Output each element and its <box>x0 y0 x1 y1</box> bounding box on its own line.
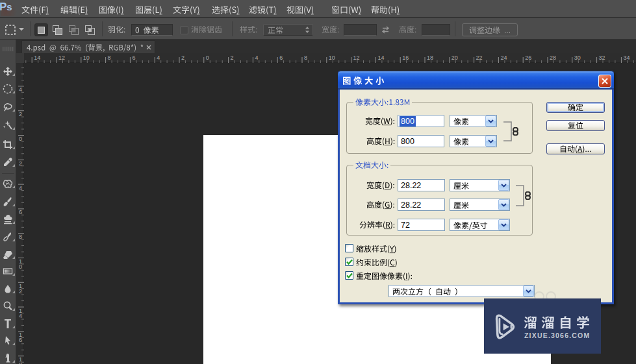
svg-text:4: 4 <box>255 55 258 61</box>
svg-text:26: 26 <box>525 55 531 61</box>
svg-text:2: 2 <box>231 55 234 61</box>
svg-text:8: 8 <box>108 55 111 61</box>
svg-text:4: 4 <box>157 55 160 61</box>
svg-text:2: 2 <box>181 55 184 61</box>
svg-text:12: 12 <box>353 55 360 61</box>
svg-text:28: 28 <box>550 55 556 61</box>
svg-text:4: 4 <box>19 313 22 319</box>
svg-text:2: 2 <box>19 288 22 295</box>
svg-text:24: 24 <box>500 55 507 61</box>
svg-text:14: 14 <box>377 55 384 61</box>
svg-text:12: 12 <box>58 55 65 61</box>
svg-text:16: 16 <box>402 55 409 61</box>
svg-text:0: 0 <box>206 55 209 61</box>
svg-text:14: 14 <box>34 55 40 61</box>
svg-text:22: 22 <box>476 55 483 61</box>
svg-text:32: 32 <box>599 55 605 61</box>
svg-text:20: 20 <box>452 55 458 61</box>
svg-text:8: 8 <box>304 55 307 61</box>
svg-text:0: 0 <box>19 263 22 270</box>
svg-text:34: 34 <box>623 55 630 61</box>
svg-text:6: 6 <box>132 55 135 61</box>
svg-text:10: 10 <box>83 55 90 61</box>
svg-text:30: 30 <box>574 55 581 61</box>
svg-text:6: 6 <box>19 337 22 343</box>
svg-text:18: 18 <box>427 55 433 61</box>
svg-text:6: 6 <box>279 55 283 61</box>
svg-text:10: 10 <box>329 55 335 61</box>
